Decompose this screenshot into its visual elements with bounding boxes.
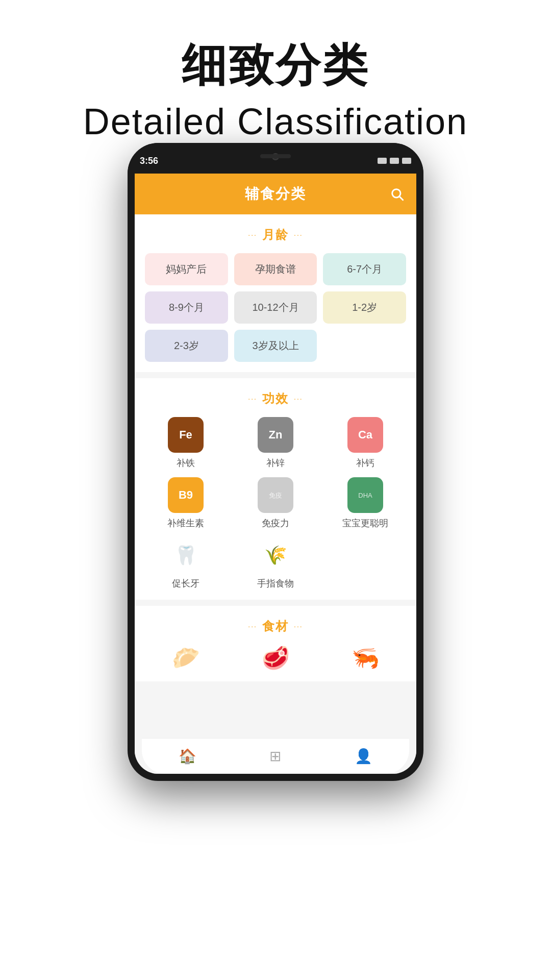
- shrimp-icon: 🦐: [352, 645, 380, 671]
- grid-icon: ⊞: [269, 748, 281, 765]
- func-vitamin[interactable]: B9 补维生素: [145, 477, 227, 529]
- tag-6-7-months[interactable]: 6-7个月: [323, 253, 406, 285]
- age-section-header: ··· 月龄 ···: [145, 227, 406, 243]
- food-section: ··· 食材 ··· 🥟 🥩 🦐: [135, 606, 416, 681]
- food-grid: 🥟 🥩 🦐: [145, 645, 406, 671]
- food-section-title: 食材: [262, 618, 289, 634]
- profile-icon: 👤: [355, 748, 372, 765]
- status-time: 3:56: [140, 156, 158, 166]
- tag-3-plus-years[interactable]: 3岁及以上: [234, 330, 317, 362]
- func-iron[interactable]: Fe 补铁: [145, 417, 227, 469]
- immunity-icon: 免疫: [258, 477, 293, 513]
- food-dumpling[interactable]: 🥟: [145, 645, 227, 671]
- food-meat[interactable]: 🥩: [235, 645, 316, 671]
- zinc-label: 补锌: [266, 457, 285, 469]
- age-section: ··· 月龄 ··· 妈妈产后 孕期食谱 6-7个月 8-9个月 10-12个月…: [135, 214, 416, 372]
- func-calcium[interactable]: Ca 补钙: [324, 417, 406, 469]
- food-section-header: ··· 食材 ···: [145, 618, 406, 634]
- function-grid: Fe 补铁 Zn 补锌: [145, 417, 406, 590]
- svg-line-1: [399, 197, 403, 200]
- dumpling-icon: 🥟: [172, 645, 200, 671]
- age-dots-left: ···: [248, 231, 257, 239]
- iron-icon: Fe: [168, 417, 204, 453]
- function-section: ··· 功效 ··· Fe 补铁: [135, 378, 416, 600]
- status-icons: [378, 158, 411, 164]
- func-dots-right: ···: [294, 395, 303, 403]
- tag-pregnancy-recipe[interactable]: 孕期食谱: [234, 253, 317, 285]
- phone-frame: 3:56 辅食分类: [128, 143, 423, 781]
- tag-1-2-years[interactable]: 1-2岁: [323, 291, 406, 324]
- battery-icon: [402, 158, 411, 164]
- calcium-icon: Ca: [347, 417, 383, 453]
- b9-icon: B9: [168, 477, 204, 513]
- wifi-icon: [390, 158, 399, 164]
- tag-10-12-months[interactable]: 10-12个月: [234, 291, 317, 324]
- nav-home[interactable]: 🏠: [179, 748, 196, 765]
- func-finger-food[interactable]: 🌾 手指食物: [235, 537, 316, 590]
- func-dots-left: ···: [248, 395, 257, 403]
- func-immunity[interactable]: 免疫 免疫力: [235, 477, 316, 529]
- phone-container: 3:56 辅食分类: [128, 143, 423, 949]
- iron-label: 补铁: [177, 457, 195, 469]
- phone-screen: 辅食分类 ··· 月龄 ···: [135, 174, 416, 774]
- age-tags-grid: 妈妈产后 孕期食谱 6-7个月 8-9个月 10-12个月 1-2岁 2-3岁 …: [145, 253, 406, 362]
- dha-icon: DHA: [347, 477, 383, 513]
- food-dots-right: ···: [294, 622, 303, 630]
- page-title-en: Detailed Classification: [0, 101, 551, 142]
- dha-label: 宝宝更聪明: [342, 517, 388, 529]
- function-section-title: 功效: [262, 390, 289, 407]
- home-icon: 🏠: [179, 748, 196, 765]
- app-header-title: 辅食分类: [245, 184, 306, 204]
- meat-icon: 🥩: [262, 645, 290, 671]
- func-zinc[interactable]: Zn 补锌: [235, 417, 316, 469]
- func-teeth[interactable]: 🦷 促长牙: [145, 537, 227, 590]
- page-title-zh: 细致分类: [0, 41, 551, 90]
- vitamin-label: 补维生素: [167, 517, 204, 529]
- function-section-header: ··· 功效 ···: [145, 390, 406, 407]
- func-dha[interactable]: DHA 宝宝更聪明: [324, 477, 406, 529]
- finger-food-icon: 🌾: [258, 537, 293, 573]
- search-button[interactable]: [388, 185, 406, 203]
- teeth-icon: 🦷: [168, 537, 204, 573]
- age-dots-right: ···: [294, 231, 303, 239]
- immunity-label: 免疫力: [262, 517, 289, 529]
- bottom-navbar: 🏠 ⊞ 👤: [142, 738, 409, 774]
- app-header: 辅食分类: [135, 174, 416, 214]
- search-icon: [390, 187, 404, 201]
- food-dots-left: ···: [248, 622, 257, 630]
- food-shrimp[interactable]: 🦐: [324, 645, 406, 671]
- status-bar: 3:56: [128, 143, 423, 174]
- tag-2-3-years[interactable]: 2-3岁: [145, 330, 228, 362]
- finger-food-label: 手指食物: [257, 577, 294, 590]
- page-header: 细致分类 Detailed Classification: [0, 0, 551, 163]
- zinc-icon: Zn: [258, 417, 293, 453]
- teeth-label: 促长牙: [172, 577, 199, 590]
- signal-icon: [378, 158, 387, 164]
- nav-profile[interactable]: 👤: [355, 748, 372, 765]
- tag-8-9-months[interactable]: 8-9个月: [145, 291, 228, 324]
- speaker-bar: [260, 154, 291, 158]
- content-scroll[interactable]: ··· 月龄 ··· 妈妈产后 孕期食谱 6-7个月 8-9个月 10-12个月…: [135, 214, 416, 774]
- calcium-label: 补钙: [356, 457, 374, 469]
- nav-categories[interactable]: ⊞: [269, 748, 281, 765]
- tag-mama-postpartum[interactable]: 妈妈产后: [145, 253, 228, 285]
- age-section-title: 月龄: [262, 227, 289, 243]
